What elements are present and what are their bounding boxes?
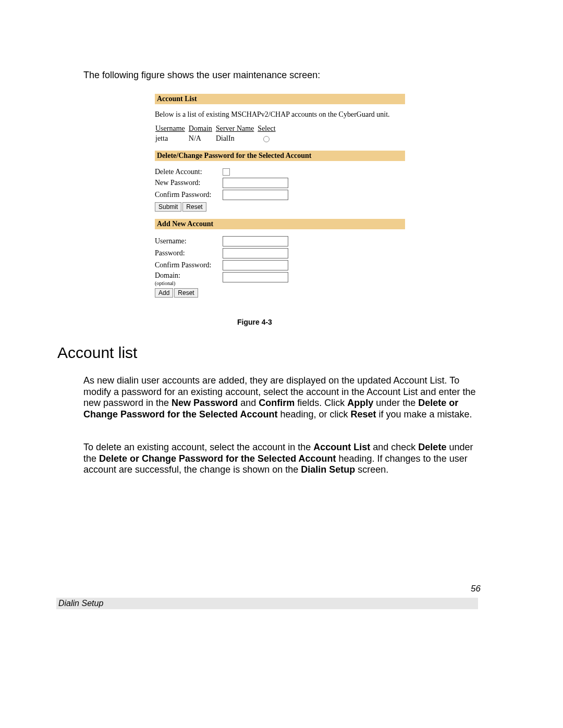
col-username: Username xyxy=(155,124,188,133)
confirm-password-label-2: Confirm Password: xyxy=(155,261,223,269)
account-list-description: Below is a list of existing MSCHAPv2/CHA… xyxy=(155,110,405,119)
account-table: Username Domain Server Name Select jetta… xyxy=(155,124,279,143)
add-new-account-header: Add New Account xyxy=(155,219,405,229)
col-server-name: Server Name xyxy=(215,124,257,133)
cell-username: jetta xyxy=(155,133,188,143)
table-header-row: Username Domain Server Name Select xyxy=(155,124,279,133)
delete-account-label: Delete Account: xyxy=(155,168,223,176)
add-button[interactable]: Add xyxy=(155,288,173,298)
domain-optional-hint: (optional) xyxy=(155,280,175,286)
reset-button[interactable]: Reset xyxy=(182,202,206,212)
password-label: Password: xyxy=(155,249,223,257)
section-heading: Account list xyxy=(57,344,137,362)
figure-caption: Figure 4-3 xyxy=(237,318,272,326)
account-list-header: Account List xyxy=(155,94,405,104)
col-select: Select xyxy=(257,124,278,133)
new-password-field[interactable] xyxy=(223,178,288,188)
page-number: 56 xyxy=(471,584,481,594)
domain-label: Domain: xyxy=(155,272,180,279)
username-label: Username: xyxy=(155,237,223,245)
domain-field[interactable] xyxy=(223,272,288,282)
delete-change-header: Delete/Change Password for the Selected … xyxy=(155,151,405,161)
paragraph-1: As new dialin user accounts are added, t… xyxy=(83,375,480,420)
screenshot-figure: Account List Below is a list of existing… xyxy=(155,94,405,298)
submit-button[interactable]: Submit xyxy=(155,202,181,212)
username-field[interactable] xyxy=(223,236,288,246)
footer-section-label: Dialin Setup xyxy=(56,598,478,609)
col-domain: Domain xyxy=(188,124,215,133)
table-row: jetta N/A DialIn xyxy=(155,133,279,143)
password-field[interactable] xyxy=(223,248,288,258)
document-page: The following figure shows the user main… xyxy=(0,0,563,728)
delete-account-checkbox[interactable] xyxy=(223,168,230,176)
confirm-password-field-2[interactable] xyxy=(223,260,288,270)
confirm-password-field[interactable] xyxy=(223,190,288,200)
new-password-label: New Password: xyxy=(155,179,223,187)
reset-button-2[interactable]: Reset xyxy=(174,288,198,298)
intro-text: The following figure shows the user main… xyxy=(83,70,320,81)
cell-server: DialIn xyxy=(215,133,257,143)
cell-domain: N/A xyxy=(188,133,215,143)
select-radio[interactable] xyxy=(263,136,270,142)
confirm-password-label: Confirm Password: xyxy=(155,191,223,199)
paragraph-2: To delete an existing account, select th… xyxy=(83,442,480,476)
